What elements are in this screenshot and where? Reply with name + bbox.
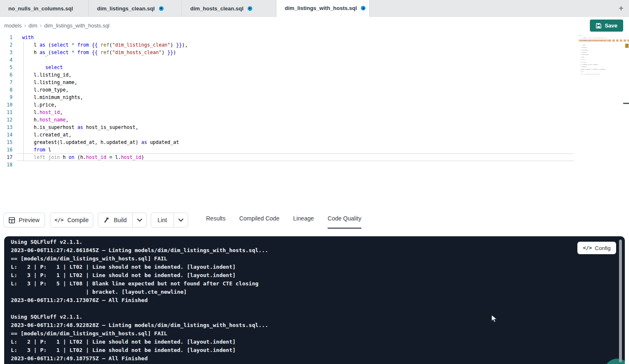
terminal-line: L: 2 | P: 1 | LT02 | Line should not be … xyxy=(11,338,268,346)
minimap-line: h as (select * from {{ ref("dim_hosts_cl… xyxy=(579,40,609,42)
line-number: 7 xyxy=(0,79,12,86)
lint-dropdown-chevron[interactable] xyxy=(174,213,188,227)
file-tab-label: dim_listings_with_hosts.sql xyxy=(285,5,357,11)
terminal-line: L: 3 | P: 5 | LT08 | Blank line expected… xyxy=(11,280,268,288)
line-number: 6 xyxy=(0,71,12,79)
line-number: 2 xyxy=(0,41,12,49)
hammer-icon xyxy=(104,217,110,223)
tab-code-quality[interactable]: Code Quality xyxy=(328,215,361,229)
code-lines: with l as (select * from {{ ref("dim_lis… xyxy=(17,34,574,168)
line-number: 9 xyxy=(0,94,12,101)
terminal-line xyxy=(11,305,268,313)
code-line: h.host_name, xyxy=(17,116,574,124)
file-tab-label: dim_listings_clean.sql xyxy=(97,5,155,12)
file-tab[interactable]: dim_hosts_clean.sql xyxy=(182,0,276,17)
preview-button[interactable]: Preview xyxy=(3,213,45,228)
file-tab[interactable]: dim_listings_clean.sql xyxy=(89,0,182,17)
code-line: l.minimum_nights, xyxy=(17,94,574,101)
line-number: 14 xyxy=(0,131,12,139)
line-number: 11 xyxy=(0,109,12,116)
terminal-line: | bracket. [layout.cte_newline] xyxy=(11,288,268,296)
build-button[interactable]: Build xyxy=(98,213,133,227)
line-number: 3 xyxy=(0,49,12,56)
save-floppy-icon xyxy=(596,23,602,29)
line-number: 17 xyxy=(0,154,12,161)
breadcrumb-segment: dim_listings_with_hosts.sql xyxy=(44,22,109,29)
lint-label: Lint xyxy=(158,217,167,223)
terminal-line: L: 3 | P: 1 | LT02 | Line should not be … xyxy=(11,346,268,354)
tab-results[interactable]: Results xyxy=(206,215,226,229)
tab-lineage[interactable]: Lineage xyxy=(293,215,314,229)
terminal-line: 2023-06-06T11:27:49.187575Z — All Finish… xyxy=(11,354,268,363)
overview-ruler-position-marker xyxy=(623,103,629,104)
file-tab-label: no_nulls_in_columns.sql xyxy=(8,5,73,12)
overview-ruler-warning-strip xyxy=(609,40,629,42)
code-line: l.room_type, xyxy=(17,86,574,94)
save-button[interactable]: Save xyxy=(590,20,623,32)
terminal-line: 2023-06-06T11:27:48.922828Z — Linting mo… xyxy=(11,321,268,329)
terminal-line: 2023-06-06T11:27:43.173076Z — All Finish… xyxy=(11,296,268,305)
modified-dot-icon[interactable] xyxy=(248,6,252,11)
code-line: left join h on (h.host_id = l.host_id) xyxy=(17,154,574,161)
line-number-gutter: 123456789101112131415161718 xyxy=(0,34,12,168)
build-dropdown-chevron[interactable] xyxy=(133,213,147,227)
editor-minimap[interactable]: with l as (select * from {{ ref("dim_lis… xyxy=(579,35,609,78)
code-line: with xyxy=(17,34,574,41)
compile-button[interactable]: </> Compile xyxy=(50,213,93,228)
line-number: 18 xyxy=(0,161,12,168)
line-number: 10 xyxy=(0,101,12,109)
action-toolbar: Preview </> Compile Build Lint Results xyxy=(0,210,629,236)
terminal-line: == [models/dim/dim_listings_with_hosts.s… xyxy=(11,329,268,338)
code-line: l.listing_name, xyxy=(17,79,574,86)
config-button[interactable]: </> Config xyxy=(577,242,616,254)
code-line xyxy=(17,161,574,168)
breadcrumb-bar: models›dim›dim_listings_with_hosts.sql S… xyxy=(0,17,629,34)
code-line: from l xyxy=(17,146,574,154)
file-tab-label: dim_hosts_clean.sql xyxy=(190,5,244,12)
code-line: l as (select * from {{ ref("dim_listings… xyxy=(17,41,574,49)
breadcrumb-segment: dim xyxy=(29,22,37,29)
breadcrumb: models›dim›dim_listings_with_hosts.sql xyxy=(4,17,109,34)
code-brackets-icon: </> xyxy=(583,245,592,251)
config-label: Config xyxy=(595,245,611,251)
file-tab[interactable]: no_nulls_in_columns.sql xyxy=(0,0,89,17)
new-tab-button[interactable]: + xyxy=(616,3,627,14)
terminal-scrollbar[interactable] xyxy=(619,240,622,362)
breadcrumb-separator: › xyxy=(40,22,42,29)
code-line: h as (select * from {{ ref("dim_hosts_cl… xyxy=(17,49,574,56)
minimap-line: l as (select * from {{ ref("dim_listings… xyxy=(579,37,609,40)
build-button-group: Build xyxy=(98,213,147,228)
terminal-line: L: 2 | P: 1 | LT02 | Line should not be … xyxy=(11,263,268,271)
code-line: l.price, xyxy=(17,101,574,109)
code-line: l.created_at, xyxy=(17,131,574,139)
preview-label: Preview xyxy=(19,217,40,223)
chevron-down-icon xyxy=(178,218,184,222)
modified-dot-icon[interactable] xyxy=(361,6,365,10)
table-icon xyxy=(9,217,15,223)
code-line: select xyxy=(17,64,574,71)
terminal-output: Using SQLFluff v2.1.1.2023-06-06T11:27:4… xyxy=(11,238,268,363)
save-button-label: Save xyxy=(605,22,617,29)
code-line: l.host_id, xyxy=(17,109,574,116)
panel-tabs: Results Compiled Code Lineage Code Quali… xyxy=(206,215,361,229)
line-number: 8 xyxy=(0,86,12,94)
tab-compiled-code[interactable]: Compiled Code xyxy=(239,215,280,229)
overview-ruler-warning-marker xyxy=(625,44,629,48)
code-line xyxy=(17,56,574,64)
terminal-line: L: 3 | P: 1 | LT02 | Line should not be … xyxy=(11,271,268,280)
mouse-cursor xyxy=(491,314,497,323)
lint-button-group: Lint xyxy=(151,213,188,228)
line-number: 15 xyxy=(0,139,12,146)
file-tab[interactable]: dim_listings_with_hosts.sql xyxy=(276,0,370,17)
compile-label: Compile xyxy=(67,217,89,223)
terminal-line: Using SQLFluff v2.1.1. xyxy=(11,238,268,246)
code-line: greatest(l.updated_at, h.updated_at) as … xyxy=(17,139,574,146)
line-number: 16 xyxy=(0,146,12,154)
file-tab-bar: no_nulls_in_columns.sqldim_listings_clea… xyxy=(0,0,629,17)
terminal-line: 2023-06-06T11:27:42.861845Z — Linting mo… xyxy=(11,246,268,255)
breadcrumb-separator: › xyxy=(24,22,26,29)
lint-button[interactable]: Lint xyxy=(151,213,174,227)
minimap-line xyxy=(579,76,609,78)
modified-dot-icon[interactable] xyxy=(159,6,164,11)
sql-code-editor[interactable]: 123456789101112131415161718 with l as (s… xyxy=(0,34,629,210)
